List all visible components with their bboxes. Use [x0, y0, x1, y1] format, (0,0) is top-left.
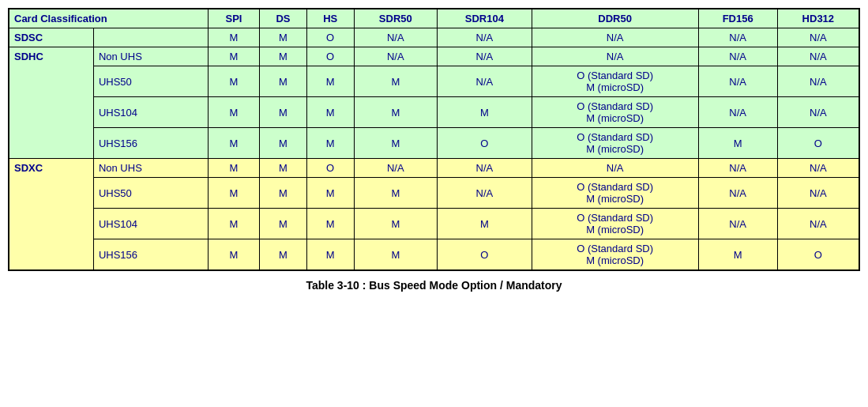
value-cell-hs: O	[306, 159, 354, 178]
value-cell-sdr104: M	[438, 209, 532, 239]
value-cell-sdr104: O	[438, 128, 532, 159]
col-header-ddr50: DDR50	[532, 9, 698, 28]
value-cell-sdr104: N/A	[438, 47, 532, 66]
value-cell-hd312: N/A	[777, 66, 859, 97]
value-cell-sdr50: N/A	[354, 47, 438, 66]
value-cell-spi: M	[208, 97, 259, 128]
col-header-ds: DS	[260, 9, 307, 28]
value-cell-sdr50: M	[354, 128, 438, 159]
value-cell-spi: M	[208, 47, 259, 66]
value-cell-ds: M	[260, 239, 307, 271]
col-header-sdr50: SDR50	[354, 9, 438, 28]
value-cell-ddr50: O (Standard SD)M (microSD)	[532, 239, 698, 271]
value-cell-sdr104: N/A	[438, 28, 532, 47]
value-cell-sdr50: M	[354, 97, 438, 128]
value-cell-ddr50: O (Standard SD)M (microSD)	[532, 209, 698, 239]
value-cell-hd312: N/A	[777, 159, 859, 178]
value-cell-fd156: N/A	[698, 178, 777, 209]
value-cell-sdr104: M	[438, 97, 532, 128]
card-type-cell: SDXC	[9, 159, 93, 271]
value-cell-ddr50: N/A	[532, 159, 698, 178]
value-cell-ddr50: O (Standard SD)M (microSD)	[532, 178, 698, 209]
col-header-spi: SPI	[208, 9, 259, 28]
value-cell-sdr104: O	[438, 239, 532, 271]
value-cell-spi: M	[208, 159, 259, 178]
value-cell-ds: M	[260, 209, 307, 239]
value-cell-hs: M	[306, 128, 354, 159]
sub-type-cell: UHS50	[93, 66, 208, 97]
value-cell-sdr104: N/A	[438, 159, 532, 178]
value-cell-ddr50: O (Standard SD)M (microSD)	[532, 66, 698, 97]
value-cell-fd156: N/A	[698, 66, 777, 97]
value-cell-spi: M	[208, 66, 259, 97]
value-cell-fd156: M	[698, 239, 777, 271]
sub-type-cell: Non UHS	[93, 47, 208, 66]
value-cell-hd312: N/A	[777, 28, 859, 47]
value-cell-ds: M	[260, 159, 307, 178]
value-cell-fd156: N/A	[698, 159, 777, 178]
value-cell-ds: M	[260, 66, 307, 97]
value-cell-hs: M	[306, 209, 354, 239]
value-cell-spi: M	[208, 209, 259, 239]
value-cell-hd312: O	[777, 128, 859, 159]
value-cell-hs: M	[306, 178, 354, 209]
col-header-hs: HS	[306, 9, 354, 28]
value-cell-sdr104: N/A	[438, 66, 532, 97]
value-cell-ds: M	[260, 47, 307, 66]
sub-type-cell: UHS156	[93, 239, 208, 271]
value-cell-sdr50: M	[354, 239, 438, 271]
value-cell-sdr50: M	[354, 209, 438, 239]
value-cell-spi: M	[208, 128, 259, 159]
value-cell-ddr50: N/A	[532, 47, 698, 66]
value-cell-ds: M	[260, 97, 307, 128]
value-cell-ds: M	[260, 128, 307, 159]
sub-type-cell	[93, 28, 208, 47]
value-cell-hs: O	[306, 47, 354, 66]
col-header-classification: Card Classification	[9, 9, 208, 28]
col-header-hd312: HD312	[777, 9, 859, 28]
sub-type-cell: UHS50	[93, 178, 208, 209]
col-header-sdr104: SDR104	[438, 9, 532, 28]
value-cell-hd312: N/A	[777, 97, 859, 128]
value-cell-sdr104: N/A	[438, 178, 532, 209]
sub-type-cell: Non UHS	[93, 159, 208, 178]
value-cell-fd156: N/A	[698, 209, 777, 239]
value-cell-spi: M	[208, 239, 259, 271]
value-cell-hs: M	[306, 97, 354, 128]
sub-type-cell: UHS104	[93, 97, 208, 128]
value-cell-ds: M	[260, 178, 307, 209]
value-cell-hd312: N/A	[777, 178, 859, 209]
card-type-cell: SDSC	[9, 28, 93, 47]
table-caption: Table 3-10 : Bus Speed Mode Option / Man…	[306, 279, 562, 292]
value-cell-ddr50: O (Standard SD)M (microSD)	[532, 128, 698, 159]
value-cell-sdr50: M	[354, 66, 438, 97]
value-cell-hd312: O	[777, 239, 859, 271]
value-cell-ddr50: N/A	[532, 28, 698, 47]
value-cell-fd156: N/A	[698, 97, 777, 128]
value-cell-hs: M	[306, 66, 354, 97]
value-cell-sdr50: N/A	[354, 159, 438, 178]
value-cell-sdr50: N/A	[354, 28, 438, 47]
sub-type-cell: UHS156	[93, 128, 208, 159]
value-cell-spi: M	[208, 28, 259, 47]
value-cell-hs: O	[306, 28, 354, 47]
classification-table: Card Classification SPI DS HS SDR50 SDR1…	[8, 8, 860, 271]
col-header-fd156: FD156	[698, 9, 777, 28]
sub-type-cell: UHS104	[93, 209, 208, 239]
value-cell-fd156: M	[698, 128, 777, 159]
card-type-cell: SDHC	[9, 47, 93, 159]
table-container: Card Classification SPI DS HS SDR50 SDR1…	[8, 8, 860, 271]
value-cell-spi: M	[208, 178, 259, 209]
value-cell-ddr50: O (Standard SD)M (microSD)	[532, 97, 698, 128]
value-cell-fd156: N/A	[698, 28, 777, 47]
value-cell-ds: M	[260, 28, 307, 47]
value-cell-hs: M	[306, 239, 354, 271]
value-cell-hd312: N/A	[777, 47, 859, 66]
value-cell-hd312: N/A	[777, 209, 859, 239]
value-cell-fd156: N/A	[698, 47, 777, 66]
value-cell-sdr50: M	[354, 178, 438, 209]
